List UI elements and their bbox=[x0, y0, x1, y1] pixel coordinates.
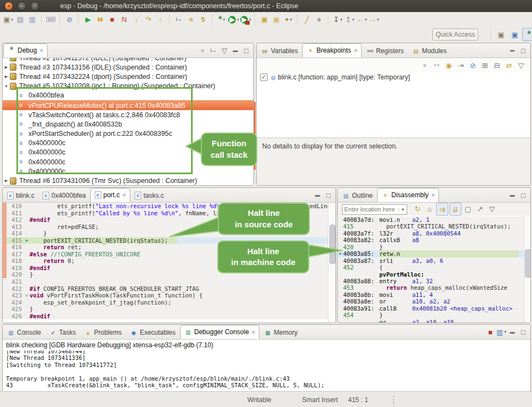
debug-thread-row[interactable]: ▶Thread #6 1073431096 (Tmr Svc) (Suspend… bbox=[3, 176, 253, 185]
display-console-button[interactable]: ▥▾ bbox=[496, 327, 506, 337]
step-into-button[interactable]: ↓ bbox=[131, 14, 142, 26]
run-menu-button[interactable]: ▶▾ bbox=[228, 14, 239, 26]
close-tab-icon[interactable]: × bbox=[123, 192, 126, 198]
location-dropdown-icon[interactable]: ▼ bbox=[398, 208, 407, 211]
binary-console-button[interactable]: 010 bbox=[45, 14, 56, 26]
cpp-perspective-button[interactable]: ▣ bbox=[508, 28, 521, 41]
expand-arrow-icon[interactable]: ▼ bbox=[3, 84, 10, 88]
close-tab-icon[interactable]: × bbox=[431, 192, 435, 198]
debug-thread-row[interactable]: Thread #2 1073411572 (IDLE) (Suspended :… bbox=[3, 58, 253, 62]
disasm-maximize-button[interactable]: □ bbox=[518, 190, 528, 200]
instruction-stepping-toggle[interactable]: i→ bbox=[209, 45, 218, 55]
debug-maximize-button[interactable]: □ bbox=[241, 45, 251, 55]
disassembly-listing[interactable]: 40083a7d:movi.na2, 1415 portEXIT_CRITICA… bbox=[338, 216, 530, 323]
location-input[interactable] bbox=[343, 206, 398, 213]
window-maximize-button[interactable]: ▫ bbox=[31, 2, 39, 10]
tab-executables[interactable]: Executables bbox=[126, 326, 179, 339]
resume-button[interactable]: ▶ bbox=[83, 14, 94, 26]
open-element-button[interactable]: ▣ bbox=[259, 14, 270, 26]
external-tools-button[interactable]: ▶▾ bbox=[240, 14, 251, 26]
breakpoint-row[interactable]: ✓ ◎ blink.c [function: app_main] [type: … bbox=[257, 72, 530, 82]
copy-button[interactable]: ▢ bbox=[462, 203, 473, 215]
tab-debugger-console[interactable]: Debugger Console× bbox=[180, 325, 260, 339]
skip-all-breakpoints-button[interactable]: ⊘ bbox=[64, 14, 75, 26]
collapse-all-button[interactable]: ⊟ bbox=[491, 59, 502, 71]
step-return-button[interactable]: ↑ bbox=[155, 14, 166, 26]
tab-breakpoints[interactable]: Breakpoints× bbox=[302, 43, 362, 58]
editor-minimize-button[interactable]: ▬ bbox=[313, 190, 322, 200]
disasm-minimize-button[interactable]: ▬ bbox=[507, 190, 517, 200]
expand-arrow-icon[interactable]: ▶ bbox=[3, 65, 10, 70]
quick-access-button[interactable]: Quick Access bbox=[432, 28, 478, 41]
remove-all-breakpoints-button[interactable]: ×× bbox=[431, 59, 442, 71]
tab-problems[interactable]: Problems bbox=[80, 326, 126, 339]
tab-outline[interactable]: Outline bbox=[338, 189, 377, 202]
remove-all-terminated-button[interactable]: × bbox=[198, 45, 207, 55]
disasm-scrollbar[interactable] bbox=[524, 216, 530, 323]
open-perspective-button[interactable]: ▣ bbox=[495, 28, 507, 41]
link-with-debug-button[interactable]: ⇄ bbox=[504, 59, 514, 71]
console-output[interactable]: [New Thread 1073468744][New Thread 10734… bbox=[6, 351, 528, 391]
tab-debug[interactable]: Debug× bbox=[3, 43, 48, 58]
close-tab-icon[interactable]: × bbox=[252, 329, 255, 335]
close-tab-icon[interactable]: × bbox=[354, 47, 357, 54]
debug-thread-row[interactable]: ▶Thread #4 1073432224 (dport) (Suspended… bbox=[3, 72, 253, 81]
debug-frame-row[interactable]: ≡vPortCPUReleaseMutex() at port.c:415 0x… bbox=[3, 100, 253, 110]
show-breakpoints-supported-button[interactable]: ◉ bbox=[443, 59, 454, 71]
tab-tasks[interactable]: Tasks bbox=[45, 326, 80, 339]
debug-frame-row[interactable]: ≡0x4000bfea bbox=[3, 91, 253, 100]
tab-console[interactable]: Console bbox=[3, 326, 45, 339]
tab-tasks-c[interactable]: tasks.c bbox=[131, 189, 167, 202]
console-minimize-button[interactable]: ▬ bbox=[507, 327, 517, 337]
go-into-button[interactable]: ↥▾ bbox=[344, 14, 355, 26]
expand-arrow-icon[interactable]: ▶ bbox=[3, 179, 10, 183]
disasm-scroll-thumb[interactable] bbox=[525, 249, 530, 278]
close-tab-icon[interactable]: × bbox=[39, 47, 43, 54]
window-minimize-button[interactable]: – bbox=[18, 2, 26, 10]
open-resource-button[interactable]: ▣ bbox=[271, 14, 282, 26]
remove-breakpoint-button[interactable]: × bbox=[419, 59, 430, 71]
expand-arrow-icon[interactable]: ▶ bbox=[3, 74, 10, 79]
breakpoints-view-menu-button[interactable]: ▽ bbox=[516, 59, 527, 71]
sync-selection-button[interactable]: ⇉ bbox=[436, 203, 448, 216]
editor-maximize-button[interactable]: □ bbox=[323, 190, 333, 200]
tab-memory[interactable]: Memory bbox=[260, 326, 301, 339]
home-button[interactable]: ⌂ bbox=[424, 203, 435, 215]
instruction-stepping-button[interactable]: i→ bbox=[174, 14, 184, 26]
tab-blink-c[interactable]: blink.c bbox=[3, 189, 38, 202]
code-editor[interactable]: 410 ets_printf("Last non-recursive lock … bbox=[3, 203, 336, 323]
save-button[interactable]: ▤ bbox=[15, 14, 26, 26]
debug-frame-row[interactable]: ≡_frxt_dispatch() at 0x4008532b bbox=[3, 119, 253, 129]
debug-frame-row[interactable]: ≡0x4000000c bbox=[3, 148, 253, 157]
disconnect-button[interactable]: N bbox=[119, 14, 130, 26]
export-button[interactable]: ↗ bbox=[475, 203, 485, 215]
debug-frame-row[interactable]: ≡vTaskSwitchContext() at tasks.c:2,846 0… bbox=[3, 110, 253, 119]
show-source-button[interactable]: ⇊ bbox=[449, 203, 461, 216]
skip-all-button[interactable]: ⊘ bbox=[467, 59, 478, 71]
terminate-console-button[interactable]: ■ bbox=[485, 327, 495, 337]
editor-scroll-thumb[interactable] bbox=[329, 225, 336, 264]
tab-variables[interactable]: Variables bbox=[257, 44, 302, 58]
debug-perspective-button[interactable]: * bbox=[522, 28, 532, 41]
debug-frame-row[interactable]: ≡xPortStartScheduler() at port.c:222 0x4… bbox=[3, 129, 253, 139]
tab-0x4000bfea[interactable]: 0x4000bfea bbox=[39, 189, 90, 202]
expand-all-button[interactable]: ⊞ bbox=[479, 59, 490, 71]
annotation-nav-button[interactable]: ∗ bbox=[314, 14, 325, 26]
disasm-view-menu-button[interactable]: ▽ bbox=[487, 203, 498, 215]
debug-minimize-button[interactable]: ▬ bbox=[230, 45, 240, 55]
location-combo[interactable]: ▼ bbox=[342, 204, 407, 215]
mark-occurrences-button[interactable]: ╱ bbox=[302, 14, 313, 26]
debug-thread-tree[interactable]: Thread #2 1073411572 (IDLE) (Suspended :… bbox=[3, 58, 253, 185]
search-button[interactable]: ⌖▾ bbox=[283, 14, 294, 26]
debug-frame-row[interactable]: ≡0x4000000c bbox=[3, 157, 253, 167]
forward-button[interactable]: →▾ bbox=[368, 14, 379, 26]
debug-view-menu-button[interactable]: ▽ bbox=[219, 45, 229, 55]
breakpoint-checkbox[interactable]: ✓ bbox=[260, 73, 268, 81]
console-maximize-button[interactable]: □ bbox=[518, 327, 528, 337]
use-step-filters-button[interactable]: ↯ bbox=[198, 14, 209, 26]
show-view-menu-button[interactable]: ≡ bbox=[186, 14, 196, 26]
debug-frame-row[interactable]: ≡0x4000000c bbox=[3, 167, 253, 176]
refresh-button[interactable]: ↻ bbox=[412, 203, 423, 215]
new-wizard-button[interactable]: ▣▾ bbox=[3, 14, 14, 26]
debug-frame-row[interactable]: ≡0x4000000c bbox=[3, 139, 253, 148]
